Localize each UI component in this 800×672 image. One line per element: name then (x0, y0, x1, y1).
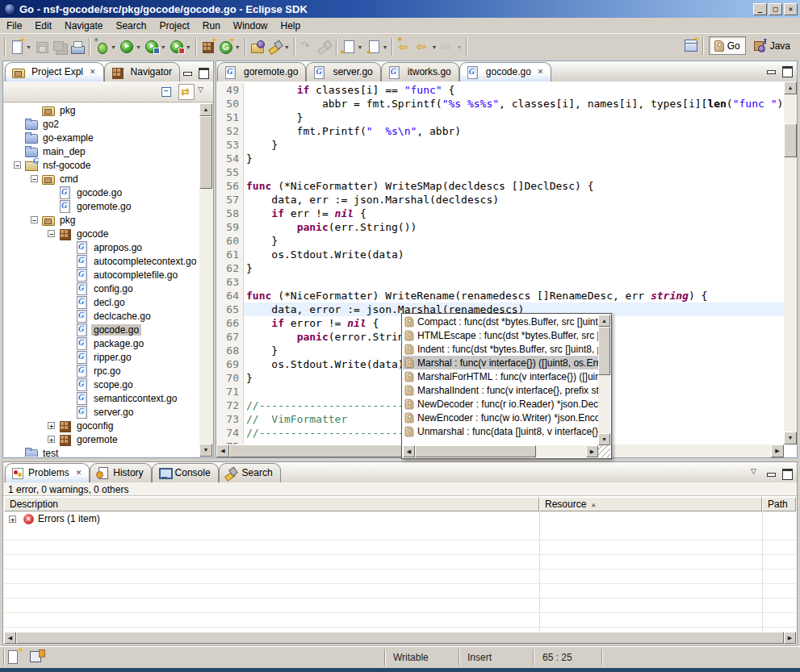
popup-scroll-left-icon[interactable]: ◀ (403, 445, 415, 457)
code-line-52[interactable]: 52 fmt.Printf(" %s\n", abbr) (223, 124, 784, 138)
new-wizard-button[interactable]: ▼ (8, 37, 33, 56)
editor-scroll-up-icon[interactable]: ▲ (784, 81, 797, 94)
perspective-go[interactable]: Go (709, 36, 746, 55)
run-dropdown-icon[interactable]: ▼ (136, 44, 141, 50)
view-menu-icon[interactable] (751, 469, 761, 478)
tree-item-pkg[interactable]: pkg (4, 103, 199, 117)
collapse-icon[interactable] (14, 161, 21, 169)
bottom-tab-history[interactable]: History (90, 463, 151, 482)
collapse-all-button[interactable] (159, 84, 175, 100)
menu-help[interactable]: Help (274, 19, 308, 33)
tree-item-test[interactable]: test (4, 446, 199, 457)
tree-item-cmd[interactable]: cmd (4, 172, 199, 186)
code-line-62[interactable]: 62} (223, 261, 784, 275)
editor-tab-gocode-go[interactable]: gocode.go✕ (459, 62, 552, 81)
problems-scroll-left-icon[interactable]: ◀ (4, 632, 16, 644)
code-line-63[interactable]: 63 (223, 275, 784, 289)
menu-window[interactable]: Window (227, 19, 274, 33)
back-dropdown-icon[interactable]: ▼ (431, 44, 437, 50)
debug-button[interactable]: ▼ (93, 37, 118, 56)
perspective-java[interactable]: Java (748, 36, 796, 55)
popup-scroll-up-icon[interactable]: ▲ (598, 315, 610, 327)
tree-item-goremote[interactable]: goremote (4, 432, 199, 446)
tree-item-decl-go[interactable]: decl.go (4, 295, 199, 309)
code-line-56[interactable]: 56func (*NiceFormatter) WriteSMap(declde… (223, 179, 784, 193)
code-line-64[interactable]: 64func (*NiceFormatter) WriteRename(rena… (223, 289, 784, 303)
problems-row[interactable]: Errors (1 item) (4, 511, 796, 526)
tree-item-gocode-go[interactable]: gocode.go (4, 323, 199, 336)
close-button[interactable]: ✕ (784, 3, 798, 15)
column-header-resource[interactable]: Resource▲ (539, 497, 762, 511)
next-annotation-button[interactable]: ▼ (340, 37, 365, 56)
editor-vscroll-thumb[interactable] (784, 123, 797, 157)
tree-item-goconfig[interactable]: goconfig (4, 419, 199, 432)
tree-item-semanticcontext-go[interactable]: semanticcontext.go (4, 391, 199, 405)
view-tab-navigator[interactable]: Navigator (104, 62, 180, 81)
tree-item-rpc-go[interactable]: rpc.go (4, 364, 199, 378)
forward-dropdown-icon[interactable]: ▼ (456, 44, 462, 50)
completion-item[interactable]: NewEncoder : func(w io.Writer) *json.Enc… (403, 411, 598, 424)
code-line-57[interactable]: 57 data, err := json.Marshal(decldescs) (223, 193, 784, 207)
tree-scrollbar[interactable]: ▲ ▼ (199, 103, 212, 457)
completion-item[interactable]: HTMLEscape : func(dst *bytes.Buffer, src… (403, 328, 598, 342)
editor-vscrollbar[interactable]: ▲ ▼ (784, 81, 797, 445)
close-tab-icon[interactable]: ✕ (76, 469, 82, 477)
menu-project[interactable]: Project (153, 19, 195, 33)
editor-tab-server-go[interactable]: server.go (306, 62, 380, 81)
link-with-editor-button[interactable] (178, 84, 195, 100)
tree-item-pkg[interactable]: pkg (4, 213, 199, 227)
search-dropdown-icon[interactable]: ▼ (284, 44, 290, 50)
fast-view-icon[interactable] (6, 649, 23, 666)
tree-scroll-thumb[interactable] (199, 116, 212, 189)
maximize-button[interactable]: □ (769, 3, 782, 15)
close-tab-icon[interactable]: ✕ (538, 68, 544, 76)
tree-scroll-down-icon[interactable]: ▼ (199, 444, 212, 457)
minimize-button[interactable]: _ (753, 3, 767, 15)
view-tab-project-expl[interactable]: Project Expl✕ (5, 62, 104, 81)
tree-scroll-up-icon[interactable]: ▲ (199, 103, 212, 116)
code-line-60[interactable]: 60 } (223, 234, 784, 248)
run-button[interactable]: ▼ (118, 37, 143, 56)
close-tab-icon[interactable]: ✕ (90, 68, 96, 76)
expand-icon[interactable] (48, 422, 55, 429)
code-line-55[interactable]: 55 (223, 165, 784, 179)
completion-item[interactable]: MarshalForHTML : func(v interface{}) ([]… (403, 369, 598, 383)
editor-scroll-down-icon[interactable]: ▼ (784, 432, 797, 445)
view-menu-icon[interactable] (198, 87, 208, 96)
code-line-61[interactable]: 61 os.Stdout.Write(data) (223, 248, 784, 261)
popup-hscroll-thumb[interactable] (415, 445, 536, 457)
tree-item-nsf-gocode[interactable]: nsf-gocode (4, 158, 199, 172)
collapse-icon[interactable] (48, 230, 55, 237)
minimize-pane-icon[interactable] (182, 68, 193, 77)
tree-item-ripper-go[interactable]: ripper.go (4, 350, 199, 364)
tree-item-config-go[interactable]: config.go (4, 282, 199, 295)
popup-vscrollbar[interactable]: ▲ ▼ (598, 315, 610, 445)
search-button[interactable]: ▼ (266, 37, 291, 56)
problems-hscroll-thumb[interactable] (16, 632, 784, 644)
completion-item[interactable]: Unmarshal : func(data []uint8, v interfa… (403, 424, 598, 438)
column-header-path[interactable]: Path (762, 497, 796, 511)
bottom-tab-search[interactable]: Search (219, 463, 281, 482)
popup-hscrollbar[interactable]: ◀ ▶ (403, 445, 598, 457)
expand-icon[interactable] (9, 515, 16, 523)
new-go-element-button[interactable]: ▼ (217, 37, 242, 56)
tree-item-gocode-go[interactable]: gocode.go (4, 186, 199, 199)
last-edit-location-button[interactable] (396, 37, 413, 56)
run-history-button[interactable]: ▼ (143, 37, 168, 56)
bottom-tab-problems[interactable]: Problems✕ (5, 463, 90, 482)
completion-item[interactable]: Marshal : func(v interface{}) ([]uint8, … (403, 356, 598, 369)
completion-item[interactable]: Indent : func(dst *bytes.Buffer, src []u… (403, 342, 598, 356)
tree-item-server-go[interactable]: server.go (4, 405, 199, 419)
problems-scroll-right-icon[interactable]: ▶ (784, 632, 796, 644)
editor-tab-goremote-go[interactable]: goremote.go (217, 62, 306, 81)
code-line-59[interactable]: 59 panic(err.String()) (223, 220, 784, 234)
new-go-element-dropdown-icon[interactable]: ▼ (235, 44, 241, 50)
bottom-tab-console[interactable]: Console (152, 463, 219, 482)
tree-item-goremote-go[interactable]: goremote.go (4, 199, 199, 213)
debug-dropdown-icon[interactable]: ▼ (111, 44, 116, 50)
popup-vscroll-thumb[interactable] (598, 327, 610, 375)
completion-item[interactable]: NewDecoder : func(r io.Reader) *json.Dec… (403, 397, 598, 411)
tree-item-scope-go[interactable]: scope.go (4, 378, 199, 391)
restore-view-icon[interactable] (29, 649, 45, 666)
code-line-54[interactable]: 54} (223, 152, 784, 165)
